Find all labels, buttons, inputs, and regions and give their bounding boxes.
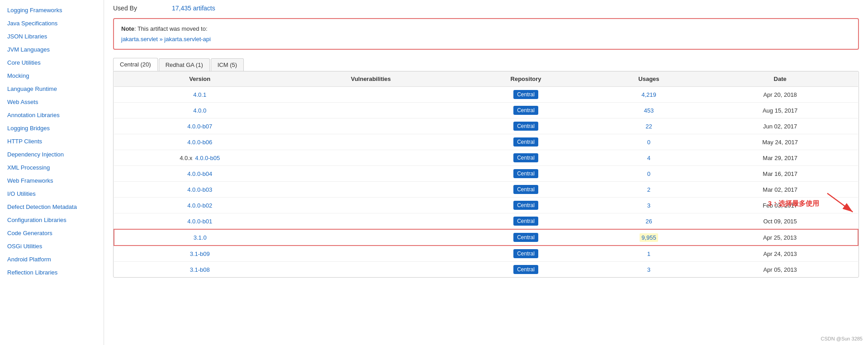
version-group-label: 4.0.x xyxy=(180,155,192,161)
annotation-container: 3：选择最多使用 xyxy=(768,190,859,217)
usages-cell: 2 xyxy=(596,182,702,198)
table-row: 3.1-b08Central3Apr 05, 2013 xyxy=(114,262,858,278)
tab-icm[interactable]: ICM (5) xyxy=(211,58,244,71)
used-by-label: Used By xyxy=(113,5,172,12)
repository-cell: Central xyxy=(456,103,595,118)
repository-cell: Central xyxy=(456,118,595,134)
col-repository: Repository xyxy=(456,71,595,87)
repository-cell: Central xyxy=(456,134,595,150)
usages-cell: 3 xyxy=(596,262,702,278)
version-link[interactable]: 4.0.0-b06 xyxy=(187,139,212,146)
usages-link[interactable]: 0 xyxy=(647,170,650,177)
sidebar-item-logging-frameworks[interactable]: Logging Frameworks xyxy=(0,4,104,17)
sidebar-item-xml-processing[interactable]: XML Processing xyxy=(0,161,104,174)
sidebar-item-core-utilities[interactable]: Core Utilities xyxy=(0,56,104,69)
repository-cell: Central xyxy=(456,87,595,103)
annotation-text: 3：选择最多使用 xyxy=(768,199,819,208)
note-link[interactable]: jakarta.servlet » jakarta.servlet-api xyxy=(121,36,851,43)
version-link[interactable]: 4.0.0-b07 xyxy=(187,123,212,130)
version-link[interactable]: 4.0.0-b05 xyxy=(195,155,220,161)
version-link[interactable]: 3.1-b08 xyxy=(190,266,210,273)
repo-badge: Central xyxy=(513,201,538,210)
version-link[interactable]: 4.0.1 xyxy=(193,91,206,98)
date-cell: Apr 20, 2018 xyxy=(702,87,858,103)
sidebar-item-logging-bridges[interactable]: Logging Bridges xyxy=(0,122,104,135)
table-row: 3.1.0Central9,955Apr 25, 2013 xyxy=(114,229,858,246)
col-date: Date xyxy=(702,71,858,87)
usages-link[interactable]: 26 xyxy=(645,218,652,225)
repo-badge: Central xyxy=(513,217,538,226)
vulnerability-cell xyxy=(285,150,456,166)
sidebar-item-http-clients[interactable]: HTTP Clients xyxy=(0,135,104,148)
date-cell: Mar 29, 2017 xyxy=(702,150,858,166)
sidebar-item-annotation-libraries[interactable]: Annotation Libraries xyxy=(0,109,104,122)
usages-link[interactable]: 4 xyxy=(647,155,650,161)
table-row: 3.1-b09Central1Apr 24, 2013 xyxy=(114,246,858,262)
used-by-row: Used By 17,435 artifacts xyxy=(113,0,859,18)
sidebar-item-osgi-utilities[interactable]: OSGi Utilities xyxy=(0,240,104,253)
version-link[interactable]: 4.0.0-b04 xyxy=(187,170,212,177)
version-link[interactable]: 4.0.0-b02 xyxy=(187,202,212,209)
sidebar-item-dependency-injection[interactable]: Dependency Injection xyxy=(0,148,104,161)
version-link[interactable]: 4.0.0-b03 xyxy=(187,186,212,193)
usages-link[interactable]: 2 xyxy=(647,186,650,193)
usages-link[interactable]: 3 xyxy=(647,202,650,209)
usages-cell: 4 xyxy=(596,150,702,166)
sidebar-item-jvm-languages[interactable]: JVM Languages xyxy=(0,43,104,56)
usages-cell: 0 xyxy=(596,166,702,182)
version-link[interactable]: 3.1.0 xyxy=(194,234,207,241)
usages-link[interactable]: 22 xyxy=(645,123,652,130)
table-row: 4.0.0-b01Central26Oct 09, 2015 xyxy=(114,213,858,230)
sidebar-item-web-frameworks[interactable]: Web Frameworks xyxy=(0,174,104,187)
repo-badge: Central xyxy=(513,249,538,258)
repository-cell: Central xyxy=(456,213,595,230)
vulnerability-cell xyxy=(285,262,456,278)
usages-link[interactable]: 9,955 xyxy=(640,233,658,242)
usages-cell: 26 xyxy=(596,213,702,230)
repo-badge: Central xyxy=(513,185,538,194)
vulnerability-cell xyxy=(285,134,456,150)
sidebar-item-language-runtime[interactable]: Language Runtime xyxy=(0,82,104,95)
sidebar-item-reflection-libraries[interactable]: Reflection Libraries xyxy=(0,266,104,279)
repo-badge: Central xyxy=(513,122,538,131)
sidebar-item-io-utilities[interactable]: I/O Utilities xyxy=(0,187,104,200)
sidebar-item-mocking[interactable]: Mocking xyxy=(0,69,104,82)
repository-cell: Central xyxy=(456,198,595,213)
usages-cell: 453 xyxy=(596,103,702,118)
date-cell: Apr 05, 2013 xyxy=(702,262,858,278)
repo-badge: Central xyxy=(513,233,538,242)
sidebar-item-json-libraries[interactable]: JSON Libraries xyxy=(0,30,104,43)
tab-redhat-ga[interactable]: Redhat GA (1) xyxy=(159,58,210,71)
tab-central[interactable]: Central (20) xyxy=(113,58,158,71)
repo-badge: Central xyxy=(513,106,538,115)
repository-cell: Central xyxy=(456,182,595,198)
svg-line-1 xyxy=(827,194,853,212)
sidebar-item-code-generators[interactable]: Code Generators xyxy=(0,227,104,240)
vulnerability-cell xyxy=(285,198,456,213)
repo-badge: Central xyxy=(513,137,538,147)
version-link[interactable]: 4.0.0 xyxy=(193,107,206,114)
note-body: : This artifact was moved to: xyxy=(134,25,208,32)
repository-cell: Central xyxy=(456,229,595,246)
usages-link[interactable]: 4,219 xyxy=(641,91,656,98)
usages-link[interactable]: 1 xyxy=(647,250,650,257)
date-cell: Apr 24, 2013 xyxy=(702,246,858,262)
usages-link[interactable]: 453 xyxy=(644,107,654,114)
sidebar-item-web-assets[interactable]: Web Assets xyxy=(0,95,104,109)
sidebar-item-java-specifications[interactable]: Java Specifications xyxy=(0,17,104,30)
version-link[interactable]: 4.0.0-b01 xyxy=(187,218,212,225)
usages-link[interactable]: 0 xyxy=(647,139,650,146)
sidebar-item-android-platform[interactable]: Android Platform xyxy=(0,253,104,266)
usages-link[interactable]: 3 xyxy=(647,266,650,273)
col-usages: Usages xyxy=(596,71,702,87)
sidebar-item-defect-detection-metadata[interactable]: Defect Detection Metadata xyxy=(0,200,104,213)
table-row: 4.0.0-b03Central2Mar 02, 2017 xyxy=(114,182,858,198)
sidebar-item-configuration-libraries[interactable]: Configuration Libraries xyxy=(0,213,104,227)
usages-cell: 1 xyxy=(596,246,702,262)
repository-cell: Central xyxy=(456,246,595,262)
repo-badge: Central xyxy=(513,90,538,99)
version-link[interactable]: 3.1-b09 xyxy=(190,250,210,257)
used-by-link[interactable]: 17,435 artifacts xyxy=(172,5,215,12)
annotation-arrow-icon xyxy=(823,190,859,217)
version-table-wrap: Version Vulnerabilities Repository Usage… xyxy=(113,71,859,278)
